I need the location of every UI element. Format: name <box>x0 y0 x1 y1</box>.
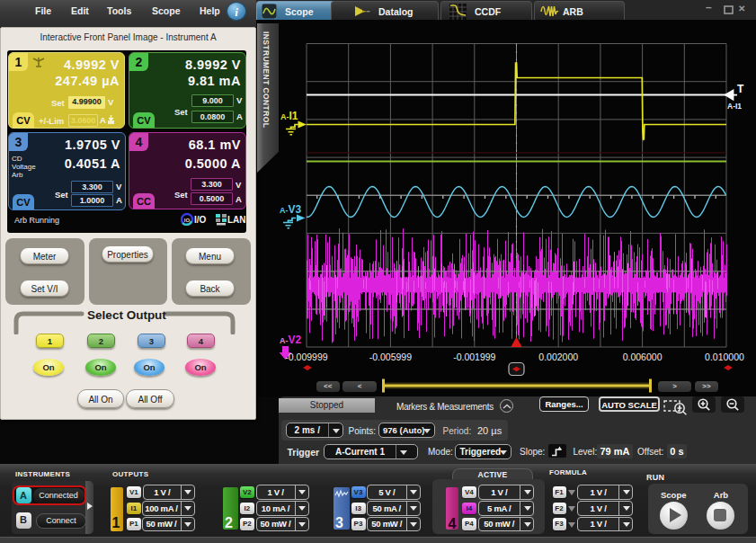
svg-text:A-V3: A-V3 <box>280 203 302 216</box>
svg-text:IO: IO <box>184 218 191 223</box>
svg-text:-0.001999: -0.001999 <box>453 352 495 362</box>
svg-text:A-V2: A-V2 <box>280 334 302 346</box>
svg-text:A-I1: A-I1 <box>280 110 298 122</box>
svg-text:0.010000: 0.010000 <box>705 352 744 362</box>
svg-text:-0.009999: -0.009999 <box>285 352 327 362</box>
svg-text:-0.005999: -0.005999 <box>369 352 412 362</box>
svg-text:0.002000: 0.002000 <box>538 352 578 362</box>
svg-text:A-I1: A-I1 <box>727 102 742 111</box>
svg-text:T: T <box>737 83 744 95</box>
svg-text:0.006000: 0.006000 <box>623 352 663 362</box>
